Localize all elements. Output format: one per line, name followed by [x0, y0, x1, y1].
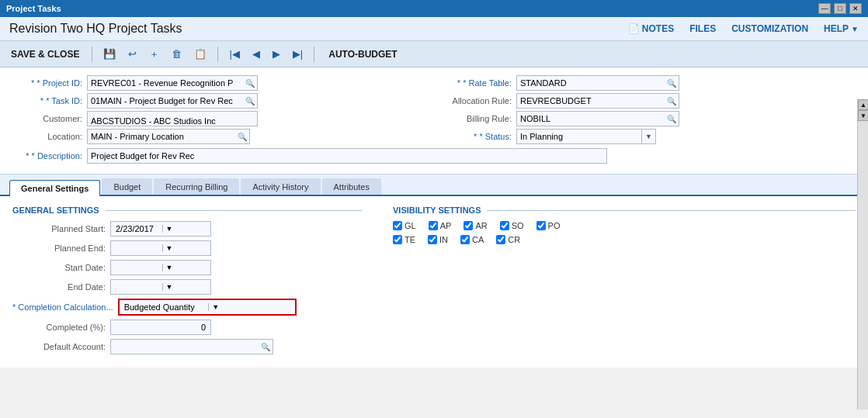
delete-button[interactable]: 🗑: [168, 47, 185, 61]
description-input[interactable]: [87, 148, 607, 164]
task-id-input[interactable]: [88, 95, 243, 107]
save-icon-button[interactable]: 💾: [100, 47, 119, 61]
checkbox-te-input[interactable]: [393, 235, 402, 244]
planned-end-field[interactable]: ▼: [110, 240, 211, 256]
checkbox-ar-label: AR: [475, 221, 487, 230]
default-account-input[interactable]: [111, 340, 259, 353]
default-account-label: Default Account:: [12, 342, 106, 351]
start-date-label: Start Date:: [12, 263, 106, 272]
planned-end-row: Planned End: ▼: [12, 240, 362, 256]
tab-activity-history[interactable]: Activity History: [241, 178, 320, 195]
tab-budget[interactable]: Budget: [102, 178, 152, 195]
allocation-rule-field[interactable]: 🔍: [516, 93, 679, 109]
delete-icon: 🗑: [172, 48, 182, 60]
copy-button[interactable]: 📋: [191, 47, 210, 61]
allocation-rule-search-icon: 🔍: [665, 97, 679, 105]
checkbox-so-input[interactable]: [500, 221, 509, 230]
checkbox-ca-input[interactable]: [460, 235, 470, 244]
checkbox-gl-input[interactable]: [393, 221, 402, 230]
checkbox-so-label: SO: [512, 221, 524, 230]
location-search-icon: 🔍: [235, 133, 249, 141]
end-date-field[interactable]: ▼: [110, 279, 211, 295]
rate-table-input[interactable]: [517, 77, 665, 89]
checkbox-ap-input[interactable]: [429, 221, 438, 230]
allocation-rule-row: Allocation Rule: 🔍: [442, 93, 856, 109]
form-grid: * Project ID: 🔍 * Task ID: 🔍 Customer:: [12, 75, 856, 147]
allocation-rule-input[interactable]: [517, 95, 665, 107]
billing-rule-search-icon: 🔍: [665, 115, 679, 123]
visibility-row-1: GL AP AR SO: [393, 221, 856, 230]
auto-budget-button[interactable]: AUTO-BUDGET: [328, 49, 397, 60]
checkbox-te[interactable]: TE: [393, 235, 415, 244]
add-button[interactable]: ＋: [146, 46, 162, 63]
notes-button[interactable]: 📄 NOTES: [628, 23, 674, 34]
checkbox-ar-input[interactable]: [464, 221, 473, 230]
checkbox-ca[interactable]: CA: [460, 235, 484, 244]
checkbox-ar[interactable]: AR: [464, 221, 487, 230]
billing-rule-label: Billing Rule:: [442, 114, 512, 123]
checkbox-ap[interactable]: AP: [429, 221, 452, 230]
checkbox-gl[interactable]: GL: [393, 221, 416, 230]
status-dropdown-arrow[interactable]: ▼: [641, 130, 655, 143]
location-field[interactable]: 🔍: [87, 129, 250, 144]
start-date-field[interactable]: ▼: [110, 260, 211, 275]
close-button[interactable]: ✕: [849, 3, 862, 14]
rate-table-label: * Rate Table:: [442, 78, 512, 88]
scroll-up-arrow[interactable]: ▲: [858, 99, 868, 110]
default-account-field[interactable]: 🔍: [110, 339, 273, 354]
task-id-field[interactable]: 🔍: [87, 93, 258, 109]
allocation-rule-label: Allocation Rule:: [442, 96, 512, 105]
last-button[interactable]: ▶|: [290, 47, 306, 61]
planned-end-arrow[interactable]: ▼: [162, 244, 211, 252]
checkbox-po[interactable]: PO: [536, 221, 561, 230]
default-account-search-icon: 🔍: [259, 343, 273, 351]
customization-button[interactable]: CUSTOMIZATION: [731, 23, 808, 34]
save-close-button[interactable]: SAVE & CLOSE: [6, 47, 84, 61]
maximize-button[interactable]: □: [834, 3, 846, 14]
tab-recurring-billing[interactable]: Recurring Billing: [154, 178, 239, 195]
planned-start-field[interactable]: 2/23/2017 ▼: [110, 221, 211, 237]
help-button[interactable]: HELP: [824, 23, 859, 34]
visibility-settings-title: VISIBILITY SETTINGS: [393, 206, 856, 215]
customer-row: Customer: ABCSTUDIOS - ABC Studios Inc: [12, 111, 426, 126]
undo-icon: ↩: [128, 48, 137, 60]
checkbox-cr[interactable]: CR: [496, 235, 520, 244]
start-date-arrow[interactable]: ▼: [162, 264, 211, 271]
completion-calc-arrow[interactable]: ▼: [208, 303, 295, 311]
checkbox-so[interactable]: SO: [500, 221, 524, 230]
title-bar-controls[interactable]: — □ ✕: [818, 3, 862, 14]
checkbox-in-input[interactable]: [428, 235, 437, 244]
scrollbar[interactable]: ▲ ▼: [857, 99, 868, 409]
checkbox-cr-input[interactable]: [496, 235, 505, 244]
files-button[interactable]: FILES: [689, 23, 716, 34]
task-id-label: * Task ID:: [12, 96, 82, 105]
tab-general-settings[interactable]: General Settings: [9, 180, 100, 196]
tab-attributes[interactable]: Attributes: [322, 178, 381, 195]
completed-pct-input[interactable]: [110, 320, 211, 335]
location-input[interactable]: [88, 130, 235, 143]
first-button[interactable]: |◀: [226, 47, 242, 61]
header-nav: Revision Two HQ Project Tasks 📄 NOTES FI…: [0, 17, 868, 41]
rate-table-field[interactable]: 🔍: [516, 75, 679, 91]
billing-rule-input[interactable]: [517, 112, 665, 125]
checkbox-gl-label: GL: [404, 221, 416, 230]
status-input[interactable]: [517, 130, 641, 143]
completion-calc-field[interactable]: Budgeted Quantity ▼: [118, 299, 297, 316]
project-id-input[interactable]: [88, 77, 243, 89]
next-button[interactable]: ▶: [269, 47, 283, 61]
checkbox-in[interactable]: IN: [428, 235, 448, 244]
minimize-button[interactable]: —: [818, 3, 831, 14]
last-icon: ▶|: [293, 48, 303, 60]
checkbox-po-input[interactable]: [536, 221, 546, 230]
scroll-down-arrow[interactable]: ▼: [858, 110, 868, 121]
planned-start-arrow[interactable]: ▼: [162, 225, 211, 233]
visibility-checkboxes: GL AP AR SO: [393, 221, 856, 244]
undo-button[interactable]: ↩: [125, 47, 140, 61]
form-left: * Project ID: 🔍 * Task ID: 🔍 Customer:: [12, 75, 426, 147]
end-date-arrow[interactable]: ▼: [162, 283, 211, 291]
billing-rule-field[interactable]: 🔍: [516, 111, 679, 126]
project-id-field[interactable]: 🔍: [87, 75, 258, 91]
status-label: * Status:: [442, 132, 512, 141]
status-field[interactable]: ▼: [516, 129, 656, 144]
prev-button[interactable]: ◀: [249, 47, 263, 61]
